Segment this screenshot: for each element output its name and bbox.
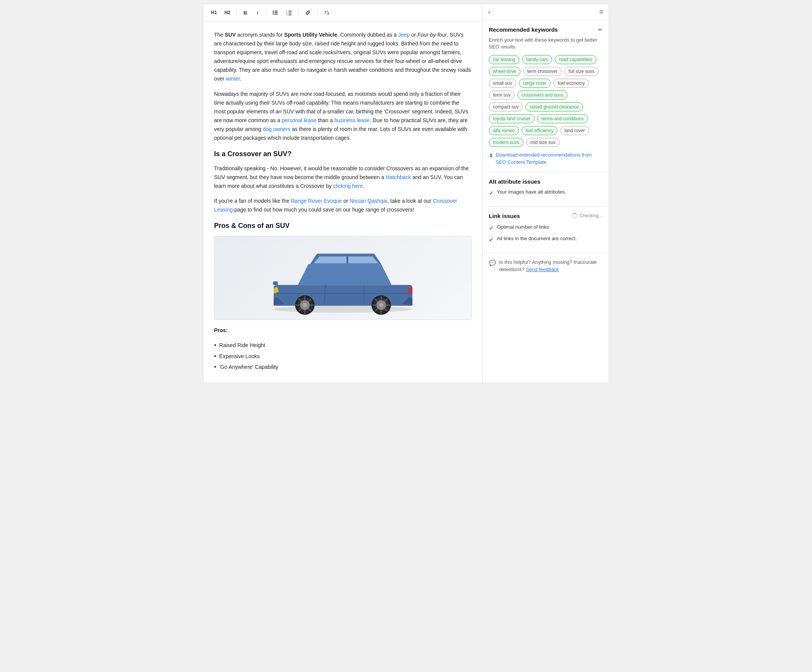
checking-status: Checking... (572, 213, 602, 219)
toolbar-separator-4 (317, 9, 317, 16)
sidebar-nav-icons: ‹ (488, 8, 490, 16)
keyword-tag[interactable]: full size suvs (565, 67, 599, 76)
keyword-tag[interactable]: mid size suv (526, 138, 560, 147)
paragraph-2: Nowadays the majority of SUVs are more r… (214, 90, 472, 143)
alt-check-item: ✔ Your images have alt attributes. (489, 189, 602, 197)
pros-section: Pros: Raised Ride Height Expensive Looks… (214, 326, 472, 371)
toolbar-separator-1 (237, 9, 237, 16)
paragraph-1: The SUV acronym stands for Sports Utilit… (214, 31, 472, 84)
business-lease-link[interactable]: business lease (334, 117, 370, 123)
h1-button[interactable]: H1 (208, 7, 220, 18)
svg-line-14 (327, 14, 329, 15)
nissan-link[interactable]: Nissan Qashqai (350, 198, 387, 204)
svg-point-24 (303, 303, 307, 307)
optimal-links-item: ✔ Optimal number of links (489, 224, 602, 232)
clicking-here-link[interactable]: clicking here (333, 183, 363, 189)
keyword-tag[interactable]: alfa romeo (489, 126, 519, 135)
jeep-link[interactable]: Jeep (398, 32, 409, 38)
pros-list: Raised Ride Height Expensive Looks 'Go A… (214, 341, 472, 371)
crossover-paragraph-1: Traditionally speaking - No. However, it… (214, 164, 472, 190)
svg-rect-9 (288, 13, 292, 14)
svg-rect-11 (288, 15, 292, 15)
all-links-correct-item: ✔ All links in the document are correct. (489, 235, 602, 244)
menu-button[interactable]: ≡ (599, 8, 603, 16)
link-issues-section: Link issues Checking... ✔ Optimal number… (483, 207, 609, 253)
range-rover-link[interactable]: Range Rover Evoque (291, 198, 342, 204)
sidebar-header: ‹ ≡ (483, 4, 609, 20)
svg-point-0 (273, 11, 274, 12)
keyword-tag[interactable]: raised ground clearance (525, 102, 583, 111)
winter-link[interactable]: winter (226, 75, 240, 82)
back-button[interactable]: ‹ (488, 8, 490, 16)
link-issues-title: Link issues (489, 213, 520, 219)
keyword-tag[interactable]: family cars (522, 55, 552, 64)
sidebar-panel: ‹ ≡ Recommended keywords ✏ Enrich your t… (483, 4, 609, 383)
keyword-tag[interactable]: term crossover (523, 67, 562, 76)
pros-item-1: Raised Ride Height (214, 341, 472, 349)
svg-point-4 (273, 14, 274, 15)
svg-rect-5 (275, 14, 278, 15)
keyword-tag[interactable]: fuel efficiency (522, 126, 558, 135)
toolbar-separator-3 (299, 9, 299, 16)
pros-cons-heading: Pros & Cons of an SUV (214, 220, 472, 231)
alt-attribute-section: Alt attribute issues ✔ Your images have … (483, 172, 609, 207)
main-container: H1 H2 B I 1. 2. (203, 4, 609, 383)
svg-rect-1 (275, 11, 278, 12)
pros-item-2: Expensive Looks (214, 352, 472, 361)
keyword-tag[interactable]: terms and conditions (537, 114, 588, 123)
optimal-links-label: Optimal number of links (497, 224, 549, 231)
keyword-tag[interactable]: wheel drive (489, 67, 520, 76)
svg-text:T: T (324, 10, 327, 15)
svg-point-2 (273, 12, 274, 14)
download-icon: ⬇ (489, 152, 493, 160)
keyword-tag[interactable]: road capabilities (555, 55, 596, 64)
keyword-tag[interactable]: crossovers and suvs (517, 91, 567, 100)
h2-button[interactable]: H2 (221, 7, 233, 18)
check-icon-alt: ✔ (489, 189, 494, 197)
feedback-item: 💬 Is this helpful? Anything missing? Ina… (489, 258, 602, 274)
unordered-list-button[interactable] (270, 7, 281, 18)
keyword-tag[interactable]: small suv (489, 79, 516, 88)
loading-spinner (572, 213, 577, 219)
keyword-tag[interactable]: term suv (489, 91, 515, 100)
all-links-correct-label: All links in the document are correct. (497, 235, 577, 242)
bold-button[interactable]: B (240, 7, 251, 18)
svg-text:3.: 3. (286, 14, 288, 15)
link-issues-header: Link issues Checking... (489, 213, 602, 219)
clear-format-button[interactable]: T (321, 7, 333, 18)
toolbar-separator-2 (266, 9, 266, 16)
keyword-tag[interactable]: land rover (560, 126, 589, 135)
keywords-description: Enrich your text with these keywords to … (489, 37, 602, 50)
keyword-tag[interactable]: range rover (519, 79, 551, 88)
crossover-heading: Is a Crossover an SUV? (214, 149, 472, 160)
svg-rect-16 (274, 285, 413, 306)
edit-keywords-icon[interactable]: ✏ (598, 27, 602, 33)
hatchback-link[interactable]: Hatchback (386, 174, 411, 180)
personal-lease-link[interactable]: personal lease (281, 117, 316, 123)
feedback-icon: 💬 (489, 259, 496, 268)
svg-rect-7 (288, 11, 292, 12)
download-recommendations-link[interactable]: ⬇ Download extended recommendations from… (489, 152, 602, 165)
dog-owners-link[interactable]: dog owners (263, 126, 290, 132)
editor-panel: H1 H2 B I 1. 2. (203, 4, 483, 383)
send-feedback-link[interactable]: Send feedback (526, 267, 559, 272)
editor-content-area[interactable]: The SUV acronym stands for Sports Utilit… (203, 21, 482, 383)
italic-button[interactable]: I (252, 7, 263, 18)
keyword-tag[interactable]: toyota land cruiser (489, 114, 535, 123)
keyword-tag[interactable]: fuel economy (553, 79, 589, 88)
link-button[interactable] (302, 7, 314, 18)
check-icon-correct: ✔ (489, 236, 494, 244)
keyword-tag[interactable]: modern suvs (489, 138, 524, 147)
keyword-tag[interactable]: compact suv (489, 102, 523, 111)
svg-point-36 (379, 303, 383, 307)
car-image (214, 236, 472, 320)
crossover-paragraph-2: If you're a fan of models like the Range… (214, 197, 472, 214)
editor-toolbar: H1 H2 B I 1. 2. (203, 4, 482, 21)
keyword-tag[interactable]: car leasing (489, 55, 519, 64)
ordered-list-button[interactable]: 1. 2. 3. (283, 7, 295, 18)
feedback-section: 💬 Is this helpful? Anything missing? Ina… (483, 253, 609, 279)
svg-rect-45 (273, 281, 278, 285)
checking-label: Checking... (580, 213, 602, 219)
pros-label: Pros: (214, 326, 472, 335)
alt-check-message: Your images have alt attributes. (497, 189, 566, 195)
